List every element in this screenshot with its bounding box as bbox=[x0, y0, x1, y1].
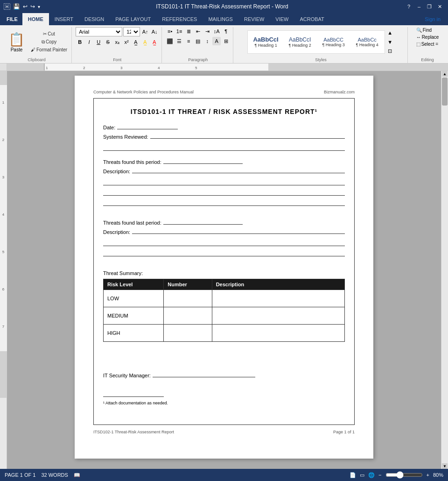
medium-risk-cell: MEDIUM bbox=[104, 307, 164, 325]
tab-references[interactable]: REFERENCES bbox=[156, 13, 203, 25]
select-icon: ⬚ bbox=[416, 42, 420, 47]
heading4-style[interactable]: AaBbCc ¶ Heading 4 bbox=[351, 32, 384, 52]
increase-indent-button[interactable]: ⇥ bbox=[203, 27, 211, 35]
tab-design[interactable]: DESIGN bbox=[79, 13, 110, 25]
restore-button[interactable]: ❐ bbox=[425, 2, 434, 11]
justify-button[interactable]: ▤ bbox=[194, 37, 202, 45]
clipboard-actions: ✂ Cut ⧉ Copy 🖌 Format Painter bbox=[29, 30, 69, 54]
svg-rect-11 bbox=[0, 351, 7, 398]
heading3-style[interactable]: AaBbCC ¶ Heading 3 bbox=[317, 32, 350, 52]
view-read-icon[interactable]: 📄 bbox=[350, 472, 356, 478]
medium-number-cell[interactable] bbox=[164, 307, 212, 325]
superscript-button[interactable]: x² bbox=[122, 38, 131, 46]
heading1-style[interactable]: AaBbCcI ¶ Heading 1 bbox=[249, 32, 282, 52]
cut-icon: ✂ bbox=[43, 31, 47, 36]
text-effects-button[interactable]: A̲ bbox=[132, 38, 140, 46]
minimize-button[interactable]: – bbox=[414, 2, 424, 11]
styles-expand[interactable]: ⊡ bbox=[386, 47, 394, 56]
quick-save-icon[interactable]: 💾 bbox=[13, 3, 20, 10]
tab-file[interactable]: FILE bbox=[2, 13, 22, 25]
tab-review[interactable]: REVIEW bbox=[238, 13, 270, 25]
low-desc-cell[interactable] bbox=[212, 290, 344, 307]
tab-insert[interactable]: INSERT bbox=[49, 13, 79, 25]
scroll-down-button[interactable]: ▼ bbox=[442, 463, 448, 469]
status-bar: PAGE 1 OF 1 32 WORDS 📖 📄 ▭ 🌐 − + 80% bbox=[0, 469, 448, 481]
sign-in-button[interactable]: Sign in bbox=[419, 13, 446, 25]
format-painter-button[interactable]: 🖌 Format Painter bbox=[29, 46, 69, 54]
borders-button[interactable]: ⊞ bbox=[222, 37, 230, 45]
high-number-cell[interactable] bbox=[164, 325, 212, 342]
bullets-button[interactable]: ≡• bbox=[166, 27, 174, 35]
decrease-indent-button[interactable]: ⇤ bbox=[194, 27, 202, 35]
zoom-in-button[interactable]: + bbox=[427, 472, 429, 478]
high-desc-cell[interactable] bbox=[212, 325, 344, 342]
select-button[interactable]: ⬚ Select = bbox=[415, 41, 440, 47]
font-size-select[interactable]: 12 bbox=[123, 27, 140, 36]
zoom-out-button[interactable]: − bbox=[378, 472, 381, 478]
heading2-style[interactable]: AaBbCcI ¶ Heading 2 bbox=[284, 32, 316, 52]
date-input[interactable] bbox=[117, 129, 178, 129]
desc1-line4 bbox=[103, 198, 345, 206]
grow-font-button[interactable]: A↑ bbox=[141, 28, 149, 36]
systems-input[interactable] bbox=[150, 138, 345, 139]
line-spacing-button[interactable]: ↕ bbox=[203, 37, 211, 45]
align-left-button[interactable]: ⬛ bbox=[166, 37, 174, 45]
font-color-button[interactable]: A̲ bbox=[150, 38, 159, 46]
italic-button[interactable]: I bbox=[85, 38, 93, 46]
styles-scroll-up[interactable]: ▲ bbox=[386, 28, 394, 37]
proofing-icon[interactable]: 📖 bbox=[74, 472, 80, 478]
cut-button[interactable]: ✂ Cut bbox=[29, 30, 69, 38]
subscript-button[interactable]: x₂ bbox=[113, 38, 121, 46]
font-group: Arial 12 A↑ A↓ B I U S x₂ x² A̲ A̲ A̲ Fo… bbox=[73, 27, 162, 63]
document-scroll-area[interactable]: Computer & Network Policies and Procedur… bbox=[7, 71, 441, 469]
shading-button[interactable]: A bbox=[212, 37, 221, 45]
replace-button[interactable]: ↔ Replace bbox=[415, 34, 441, 40]
bold-button[interactable]: B bbox=[76, 38, 84, 46]
systems-line: Systems Reviewed: bbox=[103, 134, 345, 140]
description1-input[interactable] bbox=[132, 173, 345, 173]
tab-home[interactable]: HOME bbox=[22, 13, 49, 25]
show-marks-button[interactable]: ¶ bbox=[222, 27, 230, 35]
highlight-button[interactable]: A̲ bbox=[141, 38, 149, 46]
paste-button[interactable]: 📋 Paste bbox=[5, 30, 28, 54]
find-button[interactable]: 🔍 Find bbox=[415, 27, 433, 33]
scroll-thumb[interactable] bbox=[442, 78, 448, 106]
tab-view[interactable]: VIEW bbox=[270, 13, 294, 25]
description2-input[interactable] bbox=[132, 233, 345, 234]
align-right-button[interactable]: ≡ bbox=[184, 37, 193, 45]
align-center-button[interactable]: ☰ bbox=[175, 37, 183, 45]
styles-scroll-down[interactable]: ▼ bbox=[386, 38, 394, 46]
paragraph-label: Paragraph bbox=[188, 57, 208, 62]
help-button[interactable]: ? bbox=[404, 2, 413, 11]
medium-desc-cell[interactable] bbox=[212, 307, 344, 325]
redo-icon[interactable]: ↪ bbox=[30, 3, 35, 10]
font-family-select[interactable]: Arial bbox=[76, 27, 122, 36]
shrink-font-button[interactable]: A↓ bbox=[150, 28, 159, 36]
view-print-icon[interactable]: ▭ bbox=[360, 472, 364, 478]
security-manager-input[interactable] bbox=[153, 370, 255, 377]
page-info: PAGE 1 OF 1 bbox=[5, 472, 35, 478]
low-number-cell[interactable] bbox=[164, 290, 212, 307]
styles-scroll: ▲ ▼ ⊡ bbox=[386, 28, 394, 56]
numbering-button[interactable]: 1≡ bbox=[175, 27, 183, 35]
tab-acrobat[interactable]: ACROBAT bbox=[294, 13, 329, 25]
spacer2 bbox=[103, 209, 345, 214]
table-row: MEDIUM bbox=[104, 307, 345, 325]
tab-page-layout[interactable]: PAGE LAYOUT bbox=[110, 13, 156, 25]
paragraph-content: ≡• 1≡ ≣ ⇤ ⇥ ↕A ¶ ⬛ ☰ ≡ ▤ ↕ A ⊞ bbox=[166, 27, 230, 57]
undo-icon[interactable]: ↩ bbox=[23, 3, 28, 10]
threats-last-period-input[interactable] bbox=[163, 224, 243, 225]
multilevel-button[interactable]: ≣ bbox=[184, 27, 193, 35]
svg-rect-2 bbox=[268, 64, 448, 71]
sort-button[interactable]: ↕A bbox=[212, 27, 221, 35]
tab-mailings[interactable]: MAILINGS bbox=[203, 13, 238, 25]
threats-period-input[interactable] bbox=[163, 163, 243, 164]
scroll-track[interactable] bbox=[442, 77, 448, 463]
strikethrough-button[interactable]: S bbox=[104, 38, 112, 46]
close-button[interactable]: ✕ bbox=[435, 2, 444, 11]
scroll-up-button[interactable]: ▲ bbox=[442, 71, 448, 77]
copy-button[interactable]: ⧉ Copy bbox=[29, 38, 69, 46]
underline-button[interactable]: U bbox=[94, 38, 103, 46]
zoom-slider[interactable] bbox=[385, 471, 423, 479]
view-web-icon[interactable]: 🌐 bbox=[368, 472, 375, 478]
